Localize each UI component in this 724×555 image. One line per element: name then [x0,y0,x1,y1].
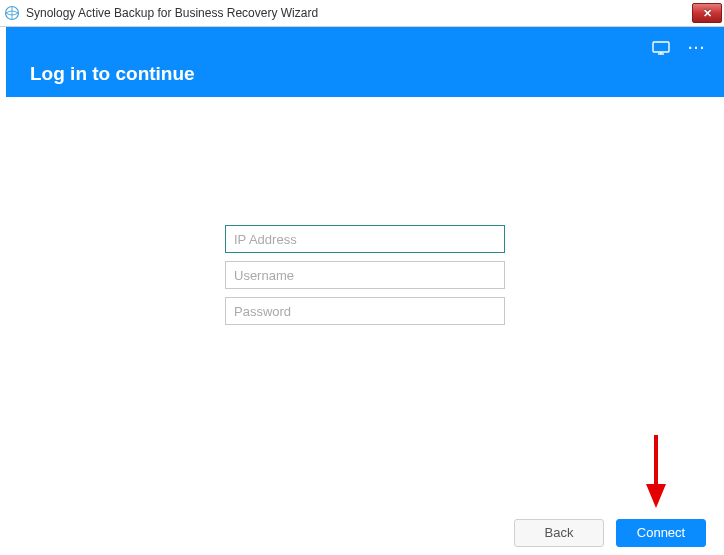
main-panel [6,97,724,510]
back-button[interactable]: Back [514,519,604,547]
page-header: Log in to continue ··· [6,27,724,97]
close-icon: ✕ [703,8,712,19]
close-button[interactable]: ✕ [692,3,722,23]
ip-address-input[interactable] [225,225,505,253]
login-form [225,225,505,325]
display-icon[interactable] [652,41,670,55]
window-titlebar: Synology Active Backup for Business Reco… [0,0,724,27]
svg-rect-1 [653,42,669,52]
connect-button[interactable]: Connect [616,519,706,547]
page-title: Log in to continue [30,63,195,97]
header-controls: ··· [652,41,706,55]
password-input[interactable] [225,297,505,325]
content-wrap: Log in to continue ··· [0,27,724,510]
window-title: Synology Active Backup for Business Reco… [26,6,318,20]
footer-buttons: Back Connect [0,510,724,555]
app-icon [4,5,20,21]
more-icon[interactable]: ··· [688,41,706,55]
username-input[interactable] [225,261,505,289]
